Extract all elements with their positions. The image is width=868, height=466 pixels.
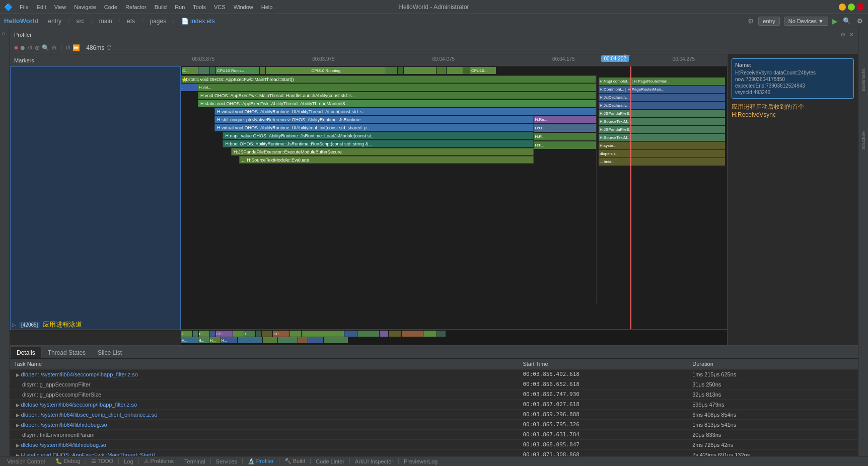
ri-6[interactable]: H:SourceTextM... xyxy=(599,118,725,125)
menu-code[interactable]: Code xyxy=(101,3,120,11)
sb-services[interactable]: Services xyxy=(213,458,240,464)
mb9[interactable] xyxy=(262,331,273,337)
minimize-button[interactable] xyxy=(839,4,846,11)
search-button[interactable]: 🔍 xyxy=(42,44,49,51)
ri-11[interactable]: ... linki... xyxy=(599,158,725,166)
menu-vcs[interactable]: VCS xyxy=(211,3,229,11)
nav-main[interactable]: main xyxy=(96,16,116,26)
sb-terminal[interactable]: Terminal xyxy=(181,458,208,464)
forward-button[interactable]: ⏩ xyxy=(73,44,80,51)
sb-debug[interactable]: 🐛 Debug xyxy=(52,458,83,464)
sb-version-control[interactable]: Version Control xyxy=(4,458,48,464)
mb2r1[interactable] xyxy=(238,337,262,343)
tab-details[interactable]: Details xyxy=(10,347,42,358)
cpu-bar-main[interactable]: CPU10 Running xyxy=(266,67,386,74)
menu-tools[interactable]: Tools xyxy=(190,3,209,11)
mbr5[interactable] xyxy=(389,331,401,337)
mb6[interactable] xyxy=(233,331,244,337)
table-row[interactable]: ▶ dlopen: /system/lib64/libhidebug.so00:… xyxy=(10,420,858,430)
mbr6[interactable] xyxy=(402,331,423,337)
mb2r5[interactable] xyxy=(308,337,323,343)
nav-index[interactable]: 📄 Index.ets xyxy=(178,16,219,26)
mb10[interactable]: CP... xyxy=(273,331,290,337)
menu-build[interactable]: Build xyxy=(152,3,170,11)
maximize-button[interactable] xyxy=(848,4,855,11)
ri-8[interactable]: H:SourceTextM... xyxy=(599,134,725,141)
table-row[interactable]: dlsym: g_appSeccompFilterSize00:03.856.7… xyxy=(10,390,858,400)
mb2r4[interactable] xyxy=(298,337,308,343)
cpu-bar-4[interactable] xyxy=(260,67,265,74)
tab-thread-states[interactable]: Thread States xyxy=(42,347,92,358)
fr-2[interactable]: H:O... xyxy=(534,124,596,132)
mb4[interactable] xyxy=(210,331,215,337)
mb1[interactable]: C... xyxy=(181,331,192,337)
bottom-table[interactable]: Task Name Start Time Duration ▶ dlopen: … xyxy=(10,359,858,456)
flame-row-6[interactable]: H:std::unique_ptr<NativeReference> OHOS:… xyxy=(214,116,534,123)
mb2[interactable] xyxy=(193,331,198,337)
filter-button[interactable]: ⚙ xyxy=(51,44,57,51)
expand-icon[interactable]: ▷ xyxy=(12,322,16,328)
nav-entry[interactable]: entry xyxy=(44,16,65,26)
track-area[interactable]: C... CPU10 Runn... CPU10 Running xyxy=(181,66,727,329)
mb3[interactable]: C... xyxy=(199,331,210,337)
menu-navigate[interactable]: Navigate xyxy=(71,3,99,11)
flame-row-9[interactable]: H:bool OHOS::AbilityRuntime::JsRuntime::… xyxy=(223,140,534,147)
flame-row-8[interactable]: H:napi_value OHOS::AbilityRuntime::JsRun… xyxy=(223,132,534,139)
cpu-r1[interactable] xyxy=(404,67,436,74)
sb-todo[interactable]: ☰ TODO xyxy=(88,458,116,464)
cpu-bar-3[interactable] xyxy=(210,67,215,74)
cpu-r-label[interactable]: CPU10... xyxy=(470,67,496,74)
mb5[interactable]: CP... xyxy=(216,331,233,337)
fr-1[interactable]: H:Re... xyxy=(534,116,596,123)
mb2r3[interactable] xyxy=(278,337,298,343)
sb-profiler[interactable]: 🔬 Profiler xyxy=(245,458,277,464)
flame-row-1[interactable]: H:static void OHOS::AppExecFwk::MainThre… xyxy=(181,75,596,83)
flame-row-7[interactable]: H:virtual void OHOS::AbilityRuntime::UIA… xyxy=(214,124,534,131)
branch-selector[interactable]: entry xyxy=(758,17,779,26)
run-button[interactable]: ▶ xyxy=(832,17,838,25)
flame-row-5[interactable]: H:virtual void OHOS::AbilityRuntime::UIA… xyxy=(214,108,596,115)
stop-button[interactable]: ■ xyxy=(14,44,18,51)
settings2-icon[interactable]: ⚙ xyxy=(856,16,864,26)
close-button[interactable] xyxy=(857,4,864,11)
cpu-bar-2[interactable] xyxy=(198,67,209,74)
flame-row-4[interactable]: H:static void OHOS::AppExecFwk::AbilityT… xyxy=(198,100,596,107)
menu-refactor[interactable]: Refactor xyxy=(122,3,150,11)
profiler-close-icon[interactable]: ✕ xyxy=(849,31,854,38)
menu-file[interactable]: File xyxy=(17,3,32,11)
fr-4[interactable]: H:F... xyxy=(534,141,596,149)
ri-2[interactable]: H:Commoni... | H:PageRouterMan... xyxy=(599,86,725,93)
mb11[interactable] xyxy=(290,331,301,337)
menu-help[interactable]: Help xyxy=(258,3,276,11)
rewind-button[interactable]: ↺ xyxy=(65,44,70,51)
device-selector[interactable]: No Devices ▼ xyxy=(784,17,828,26)
mb2-1[interactable]: H... xyxy=(181,337,198,343)
sb-problems[interactable]: ⚠ Problems xyxy=(141,458,177,464)
refresh-button[interactable]: ↺ xyxy=(28,44,33,51)
tab-slice-list[interactable]: Slice List xyxy=(92,347,128,358)
mbr7[interactable] xyxy=(423,331,436,337)
table-row[interactable]: ▶ dlopen: /system/lib64/libsec_comp_clie… xyxy=(10,410,858,420)
table-row[interactable]: ▶ dlclose /system/lib64/libhidebug.so00:… xyxy=(10,440,858,450)
cpu-bar-1[interactable]: C... xyxy=(182,67,198,74)
cpu-bar-5[interactable] xyxy=(386,67,397,74)
cpu-bar-6[interactable] xyxy=(398,67,403,74)
flame-row-10[interactable]: H:JSPandaFileExecutor::ExecuteModuleBuff… xyxy=(231,148,534,156)
timer-icon[interactable]: ⏱ xyxy=(106,44,112,51)
mbr2[interactable] xyxy=(344,331,357,337)
table-row[interactable]: dlsym: InitEnvironmentParam00:03.867.631… xyxy=(10,430,858,440)
bookmarks-label[interactable]: Bookmarks xyxy=(861,68,866,91)
ri-9[interactable]: H:syste... xyxy=(599,142,725,149)
fr-3[interactable]: H:Fl... xyxy=(534,133,596,140)
mb2-3[interactable]: H... xyxy=(209,337,221,343)
ri-4[interactable]: H:JsiDeclarativ... xyxy=(599,102,725,109)
sb-build[interactable]: 🔨 Build xyxy=(281,458,309,464)
mb2r2[interactable] xyxy=(263,337,277,343)
project-icon[interactable]: P xyxy=(2,32,8,36)
sb-previewer[interactable]: PreviewerLog xyxy=(401,458,441,464)
table-row[interactable]: ▶ dlopen: /system/lib64/seccomp/libapp_f… xyxy=(10,369,858,379)
zoom-in-button[interactable]: ⊕ xyxy=(35,44,40,51)
settings-icon[interactable]: ⚙ xyxy=(748,17,754,25)
mbr1[interactable] xyxy=(302,331,344,337)
flame-r2-1[interactable]: ... xyxy=(181,84,198,91)
